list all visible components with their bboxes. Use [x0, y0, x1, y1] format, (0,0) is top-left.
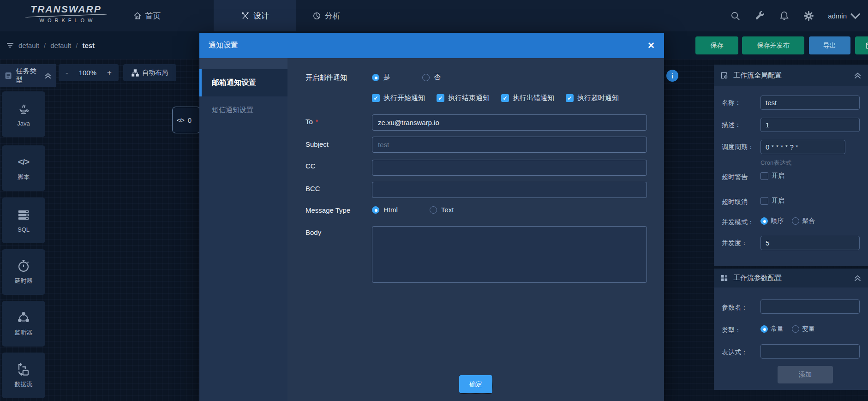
type-variable-radio[interactable] [792, 325, 799, 333]
zoom-control: - 100% + [59, 64, 119, 81]
workflow-actions: 保存 保存并发布 导出 [695, 36, 868, 54]
timeout-warning-option-label[interactable]: 开启 [772, 172, 784, 180]
type-constant-radio[interactable] [760, 325, 768, 333]
info-badge-icon[interactable]: i [666, 70, 678, 82]
param-name-input[interactable] [760, 299, 860, 314]
cron-input[interactable] [760, 140, 845, 154]
cc-input[interactable] [372, 160, 647, 176]
enable-yes-label[interactable]: 是 [383, 73, 390, 82]
modal-tab-list: 邮箱通知设置 短信通知设置 [199, 58, 287, 401]
body-textarea[interactable] [372, 226, 647, 283]
sidebar-item-java[interactable]: Java [2, 91, 45, 137]
logo-text-transwarp: TRANSWARP [22, 4, 110, 15]
expression-label: 表达式： [722, 348, 748, 357]
mode-aggregate-label[interactable]: 聚合 [802, 217, 815, 225]
breadcrumb-item[interactable]: default [18, 42, 39, 49]
breadcrumb-separator: / [44, 42, 46, 49]
sidebar-item-listener[interactable]: 监听器 [2, 301, 45, 347]
enable-yes-radio[interactable] [372, 74, 379, 81]
timeout-warning-checkbox[interactable] [760, 172, 768, 180]
save-button[interactable]: 保存 [695, 36, 738, 54]
zoom-in-button[interactable]: + [107, 68, 112, 78]
error-notify-label[interactable]: 执行出错通知 [513, 94, 554, 102]
sidebar-item-timer[interactable]: 延时器 [2, 249, 45, 295]
mode-aggregate-radio[interactable] [792, 217, 799, 225]
timeout-cancel-checkbox[interactable] [760, 197, 768, 205]
sidebar-item-dataflow[interactable]: 数据流 [2, 353, 45, 398]
timeout-notify-checkbox[interactable]: ✓ [566, 94, 574, 102]
sidebar-item-script[interactable]: </> 脚本 [2, 145, 45, 191]
text-radio[interactable] [430, 206, 437, 214]
tab-sms-notification[interactable]: 短信通知设置 [199, 96, 287, 124]
html-radio[interactable] [372, 206, 379, 214]
enable-no-label[interactable]: 否 [434, 73, 441, 82]
collapse-up-icon[interactable] [854, 72, 862, 79]
sidebar-item-label: 延时器 [15, 277, 33, 285]
cron-hint: Cron表达式 [760, 159, 791, 167]
export-button[interactable]: 导出 [809, 36, 850, 54]
bcc-input[interactable] [372, 182, 647, 198]
wrench-icon[interactable] [754, 11, 765, 21]
sidebar-item-sql[interactable]: SQL [2, 198, 45, 243]
user-menu[interactable]: admin [828, 11, 861, 21]
zoom-out-button[interactable]: - [66, 68, 68, 78]
concurrency-degree-input[interactable] [760, 236, 860, 250]
collapse-up-icon[interactable] [44, 72, 52, 79]
start-notify-checkbox[interactable]: ✓ [372, 94, 380, 102]
script-task-node[interactable]: </> 0 [172, 107, 201, 133]
timeout-cancel-option-label[interactable]: 开启 [772, 197, 784, 205]
auto-layout-button[interactable]: 自动布局 [123, 64, 176, 81]
breadcrumb-item-current: test [82, 42, 95, 49]
mode-sequential-label[interactable]: 顺序 [771, 217, 784, 225]
envelope-icon [865, 41, 868, 50]
timeout-notify-label[interactable]: 执行超时通知 [577, 94, 619, 102]
param-type-options: 常量 变量 [760, 325, 815, 333]
description-input[interactable] [760, 118, 860, 132]
body-label: Body [305, 228, 321, 236]
enable-no-radio[interactable] [422, 74, 430, 81]
username: admin [828, 12, 847, 20]
blocks-icon [720, 274, 728, 282]
close-icon[interactable]: ✕ [647, 41, 655, 50]
save-and-publish-button[interactable]: 保存并发布 [742, 36, 804, 54]
zoom-level: 100% [79, 69, 96, 77]
nav-tab-home[interactable]: 首页 [124, 0, 170, 31]
sidebar-item-label: 监听器 [15, 329, 33, 337]
end-notify-checkbox[interactable]: ✓ [437, 94, 444, 102]
nav-tab-design[interactable]: 设计 [214, 0, 296, 31]
type-constant-label[interactable]: 常量 [771, 325, 784, 333]
confirm-button[interactable]: 确定 [459, 375, 492, 393]
end-notify-label[interactable]: 执行结束通知 [448, 94, 490, 102]
to-input[interactable] [372, 114, 647, 131]
mode-sequential-radio[interactable] [760, 217, 768, 225]
subject-input[interactable] [372, 137, 647, 153]
add-param-button[interactable]: 添加 [778, 366, 833, 383]
breadcrumb: default / default / test [6, 31, 95, 59]
home-icon [133, 12, 142, 20]
nav-tab-label: 设计 [253, 11, 269, 21]
collapse-up-icon[interactable] [854, 274, 862, 282]
start-notify-label[interactable]: 执行开始通知 [383, 94, 425, 102]
search-icon[interactable] [730, 11, 741, 21]
type-variable-label[interactable]: 变量 [802, 325, 815, 333]
breadcrumb-item[interactable]: default [50, 42, 71, 49]
bell-icon[interactable] [779, 11, 790, 21]
navbar-right-tools: admin [730, 0, 861, 31]
event-option: ✓ 执行结束通知 [437, 94, 490, 102]
html-label[interactable]: Html [383, 206, 398, 214]
expression-input[interactable] [760, 344, 860, 359]
workflow-global-config-panel: 工作流全局配置 名称： 描述： 调度周期： Cron表达式 超时警告 开启 超时… [714, 65, 868, 266]
to-label: To* [305, 118, 318, 126]
nav-tab-label: 分析 [325, 11, 341, 21]
timeout-warning-label: 超时警告 [722, 173, 748, 181]
text-label[interactable]: Text [441, 206, 454, 214]
notification-settings-button[interactable] [855, 36, 868, 54]
tab-email-notification[interactable]: 邮箱通知设置 [199, 69, 287, 96]
timeout-warning-option: 开启 [760, 172, 784, 180]
concurrency-mode-label: 并发模式： [722, 218, 754, 227]
nav-tab-analysis[interactable]: 分析 [301, 0, 352, 31]
error-notify-checkbox[interactable]: ✓ [501, 94, 509, 102]
modal-header: 通知设置 ✕ [199, 33, 664, 58]
name-input[interactable] [760, 96, 860, 110]
gear-icon[interactable] [803, 11, 814, 21]
